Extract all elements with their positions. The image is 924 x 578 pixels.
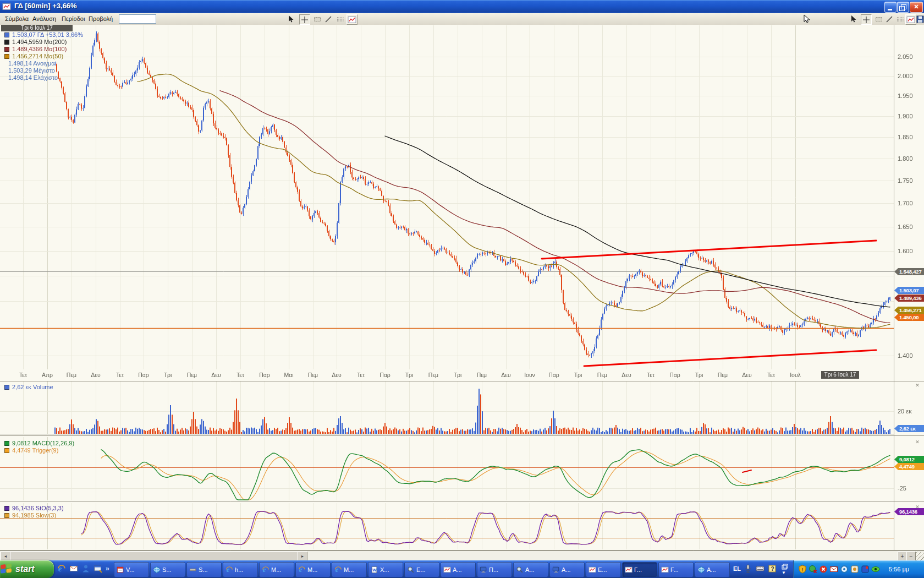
quick-launch-chevron-icon[interactable]: » xyxy=(106,565,109,572)
monitor-icon xyxy=(552,566,560,574)
quick-launch-show-desktop-icon[interactable] xyxy=(94,564,103,574)
legend-square-icon xyxy=(4,506,9,511)
legend-text: 1.498,14 Ανοιγμα xyxy=(8,60,55,67)
nview-eye-icon[interactable] xyxy=(871,565,880,574)
keyboard-icon[interactable] xyxy=(756,564,765,573)
volume-pane-close-icon[interactable]: ✕ xyxy=(914,382,921,389)
date-tick: Τετ xyxy=(641,372,660,378)
task-button[interactable]: S... xyxy=(186,562,222,577)
date-tick: Πεμ xyxy=(304,372,322,378)
price-tick: 1.650 xyxy=(898,223,913,230)
price-tick: 1.850 xyxy=(898,134,913,140)
task-button[interactable]: eM... xyxy=(295,562,331,577)
date-tick: Μαι xyxy=(279,372,298,378)
task-button[interactable]: eh... xyxy=(223,562,258,577)
task-button[interactable]: S... xyxy=(150,562,185,577)
mail-notifier-icon[interactable] xyxy=(829,565,838,574)
legend-square-icon xyxy=(4,513,9,518)
globe-icon xyxy=(153,566,161,574)
task-button[interactable]: A... xyxy=(549,562,585,577)
quick-launch-messenger-icon[interactable] xyxy=(81,564,91,574)
microphone-icon[interactable] xyxy=(744,564,752,573)
legend-text: 1.494,5959 Μα(200) xyxy=(12,39,67,45)
price-badge: 1.503,07 xyxy=(894,287,924,294)
date-tick: Τρι xyxy=(400,372,419,378)
spybot-icon[interactable] xyxy=(840,565,849,574)
svg-text:!: ! xyxy=(801,567,803,572)
task-button-label: Π... xyxy=(489,566,498,573)
legend-row: 1.498,14 Ελάχιστο xyxy=(4,74,58,81)
legend-text: 9,0812 MACD(12,26,9) xyxy=(12,440,74,446)
help-icon[interactable]: ? xyxy=(768,564,777,573)
scrollbar-thumb[interactable] xyxy=(10,552,298,561)
task-button[interactable]: Π... xyxy=(477,562,512,577)
zoom-in-button[interactable]: + xyxy=(898,552,907,561)
chart-icon xyxy=(443,566,451,574)
date-tick: Πεμ xyxy=(183,372,201,378)
date-tick: Τρι xyxy=(448,372,467,378)
application-window: ΓΔ [60min] +3,66% ΣύμβολαΑνάλυσηΠερίοδοι… xyxy=(0,0,924,578)
date-tick: Τρι xyxy=(158,372,177,378)
horizontal-scrollbar[interactable]: ◄ ► + − xyxy=(0,550,924,561)
task-button[interactable]: E... xyxy=(586,562,621,577)
stoch-legend-row: 94,1985 Slow(3) xyxy=(4,512,56,519)
ie-icon: e xyxy=(334,566,342,574)
language-bar-options-chevron-icon[interactable]: ▼ xyxy=(782,570,786,575)
legend-text: 94,1985 Slow(3) xyxy=(12,512,56,519)
legend-row: 1.494,5959 Μα(200) xyxy=(4,39,67,45)
price-tick: 1.400 xyxy=(898,352,913,359)
task-button[interactable]: F... xyxy=(658,562,694,577)
alert-red-icon[interactable] xyxy=(819,565,828,574)
zoom-out-button[interactable]: − xyxy=(906,552,916,561)
security-shield-icon[interactable]: ! xyxy=(798,565,807,574)
task-button[interactable]: V... xyxy=(114,562,149,577)
start-button[interactable]: start xyxy=(0,560,54,578)
nod32-icon[interactable] xyxy=(850,565,859,574)
date-tick: Δευ xyxy=(738,372,756,378)
scroll-left-button[interactable]: ◄ xyxy=(1,552,10,561)
date-tick: Πεμ xyxy=(472,372,491,378)
ie-icon: e xyxy=(262,566,270,574)
date-tick: Δευ xyxy=(207,372,226,378)
date-tick: Ιουλ xyxy=(786,372,805,378)
task-button[interactable]: E... xyxy=(404,562,439,577)
quick-launch-mail-icon[interactable] xyxy=(69,564,79,574)
bar-icon xyxy=(189,566,197,574)
task-button-label: F... xyxy=(670,566,679,573)
antivirus-green-icon[interactable] xyxy=(809,565,817,574)
task-button-label: M... xyxy=(271,566,281,573)
task-button[interactable]: Γ... xyxy=(622,562,657,577)
task-button-label: M... xyxy=(344,566,354,573)
scroll-right-button[interactable]: ► xyxy=(298,552,307,561)
macd-legend-row: 9,0812 MACD(12,26,9) xyxy=(4,440,74,446)
update-blue-icon[interactable] xyxy=(861,565,870,574)
legend-text: 1.456,2714 Μα(50) xyxy=(12,53,63,59)
macd-pane-close-icon[interactable]: ✕ xyxy=(914,439,921,445)
date-tick: Παρ xyxy=(255,372,274,378)
legend-row: 1.456,2714 Μα(50) xyxy=(4,53,63,59)
macd-legend-row: 4,4749 Trigger(9) xyxy=(4,447,58,454)
task-button[interactable]: A... xyxy=(441,562,476,577)
taskbar: start » ! 5:56 μμ eV...S...S...eh...eM..… xyxy=(0,560,924,578)
stoch-legend-row: 96,1436 StO(5,3,3) xyxy=(4,505,64,511)
task-button[interactable]: eM... xyxy=(259,562,294,577)
date-tick: Τετ xyxy=(231,372,250,378)
legend-text: 96,1436 StO(5,3,3) xyxy=(12,505,64,511)
date-tick: Τετ xyxy=(351,372,370,378)
task-button[interactable]: A... xyxy=(695,562,730,577)
task-button[interactable]: WX... xyxy=(368,562,403,577)
date-tick: Δευ xyxy=(86,372,105,378)
monitor-icon xyxy=(480,566,487,574)
resize-grip[interactable] xyxy=(916,552,924,560)
quick-launch-ie-icon[interactable]: e xyxy=(57,564,67,574)
task-button[interactable]: eM... xyxy=(332,562,367,577)
legend-text: 1.489,4366 Μα(100) xyxy=(12,46,67,52)
legend-square-icon xyxy=(4,47,9,52)
task-button[interactable]: A... xyxy=(513,562,548,577)
task-button-label: V... xyxy=(126,566,135,573)
legend-square-icon xyxy=(4,54,9,59)
stoch-pane-close-icon[interactable]: ✕ xyxy=(914,504,921,510)
legend-square-icon xyxy=(4,448,9,453)
date-tick: Τετ xyxy=(762,372,780,378)
language-indicator[interactable]: EL xyxy=(733,565,741,572)
